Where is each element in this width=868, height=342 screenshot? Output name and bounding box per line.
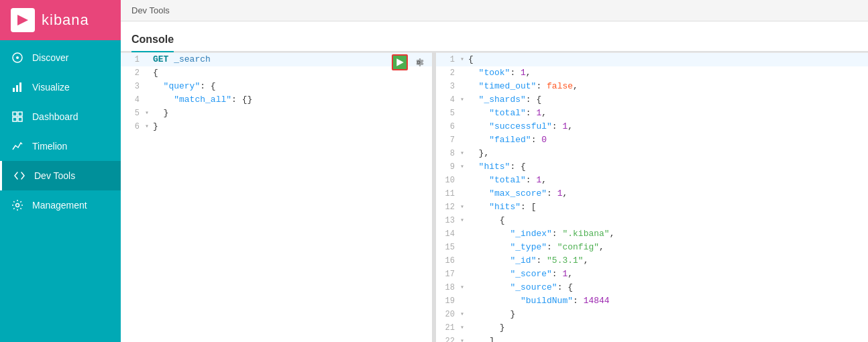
result-line-7: 7 "failed": 0	[436, 133, 868, 147]
svg-rect-4	[19, 82, 21, 92]
rline-num-22: 22	[436, 335, 460, 342]
svg-rect-5	[13, 112, 17, 116]
rfold-12[interactable]: ▾	[460, 201, 468, 214]
rline-num-8: 8	[436, 147, 460, 160]
rcode-10: "total": 1,	[468, 174, 547, 187]
rline-num-20: 20	[436, 308, 460, 321]
rline-num-18: 18	[436, 281, 460, 294]
result-line-1: 1 ▾ {	[436, 52, 868, 66]
code-content-6: }	[153, 120, 158, 133]
rcode-16: "_id": "5.3.1",	[468, 254, 588, 268]
result-line-2: 2 "took": 1,	[436, 66, 868, 80]
line-num-4: 4	[121, 93, 145, 107]
result-line-14: 14 "_index": ".kibana",	[436, 227, 868, 241]
rfold-22[interactable]: ▾	[460, 335, 468, 342]
rcode-21: }	[468, 321, 505, 335]
sidebar-item-label-dashboard: Dashboard	[32, 111, 78, 122]
rfold-13[interactable]: ▾	[460, 214, 468, 227]
rcode-7: "failed": 0	[468, 133, 547, 147]
rline-num-14: 14	[436, 227, 460, 241]
rfold-1[interactable]: ▾	[460, 53, 468, 66]
sidebar-item-discover[interactable]: Discover	[0, 43, 121, 72]
result-line-5: 5 "total": 1,	[436, 107, 868, 120]
rline-num-11: 11	[436, 187, 460, 201]
rfold-9[interactable]: ▾	[460, 160, 468, 174]
rcode-17: "_score": 1,	[468, 268, 573, 281]
rfold-20[interactable]: ▾	[460, 308, 468, 321]
rline-num-16: 16	[436, 254, 460, 268]
console-header: Console	[121, 21, 868, 52]
rcode-4: "_shards": {	[468, 93, 541, 107]
svg-rect-6	[18, 112, 22, 116]
rfold-4[interactable]: ▾	[460, 93, 468, 107]
rcode-18: "_source": {	[468, 281, 573, 294]
sidebar-item-management[interactable]: Management	[0, 190, 121, 220]
rcode-13: {	[468, 214, 505, 227]
editor-line-1: 1 GET _search	[121, 52, 432, 66]
svg-rect-7	[13, 117, 17, 121]
rcode-9: "hits": {	[468, 160, 526, 174]
logo-area: kibana	[0, 0, 121, 40]
svg-point-9	[16, 204, 19, 207]
rcode-6: "successful": 1,	[468, 120, 573, 133]
rline-num-6: 6	[436, 120, 460, 133]
rfold-21[interactable]: ▾	[460, 321, 468, 335]
rline-num-3: 3	[436, 80, 460, 93]
code-content-1: GET _search	[153, 53, 211, 66]
svg-rect-2	[13, 88, 15, 92]
settings-button[interactable]	[411, 54, 427, 70]
devtools-icon	[13, 169, 26, 182]
rline-num-9: 9	[436, 160, 460, 174]
rfold-8[interactable]: ▾	[460, 147, 468, 160]
result-line-8: 8 ▾ },	[436, 147, 868, 160]
editor-line-6: 6 ▾ }	[121, 120, 432, 133]
code-content-2: {	[153, 66, 158, 80]
result-line-9: 9 ▾ "hits": {	[436, 160, 868, 174]
rcode-19: "buildNum": 14844	[468, 294, 610, 308]
result-line-11: 11 "max_score": 1,	[436, 187, 868, 201]
result-line-16: 16 "_id": "5.3.1",	[436, 254, 868, 268]
editor-line-4: 4 "match_all": {}	[121, 93, 432, 107]
sidebar-item-label-timelion: Timelion	[32, 141, 67, 152]
result-line-13: 13 ▾ {	[436, 214, 868, 227]
editor-area: 1 GET _search 2	[121, 52, 868, 342]
rline-num-10: 10	[436, 174, 460, 187]
top-bar-title: Dev Tools	[131, 5, 170, 15]
rline-num-17: 17	[436, 268, 460, 281]
sidebar-item-devtools[interactable]: Dev Tools	[0, 161, 121, 190]
rline-num-2: 2	[436, 66, 460, 80]
svg-point-1	[16, 56, 19, 59]
rcode-8: },	[468, 147, 489, 160]
rline-num-13: 13	[436, 214, 460, 227]
rcode-14: "_index": ".kibana",	[468, 227, 614, 241]
rcode-5: "total": 1,	[468, 107, 547, 120]
line-num-6: 6	[121, 120, 145, 133]
code-content-3: "query": {	[153, 80, 216, 93]
sidebar-item-timelion[interactable]: Timelion	[0, 131, 121, 161]
rcode-15: "_type": "config",	[468, 241, 604, 254]
result-line-22: 22 ▾ ]	[436, 335, 868, 342]
sidebar-item-label-devtools: Dev Tools	[34, 170, 75, 181]
sidebar: kibana Discover Visualize	[0, 0, 121, 342]
editor-line-2: 2 {	[121, 66, 432, 80]
rline-num-21: 21	[436, 321, 460, 335]
management-icon	[11, 198, 24, 212]
discover-icon	[11, 51, 24, 64]
result-line-17: 17 "_score": 1,	[436, 268, 868, 281]
rcode-22: ]	[468, 335, 494, 342]
fold-6[interactable]: ▾	[145, 120, 153, 133]
rline-num-15: 15	[436, 241, 460, 254]
run-button[interactable]	[392, 54, 408, 70]
rcode-3: "timed_out": false,	[468, 80, 578, 93]
result-line-21: 21 ▾ }	[436, 321, 868, 335]
rfold-18[interactable]: ▾	[460, 281, 468, 294]
console-tab[interactable]: Console	[131, 34, 174, 52]
rline-num-19: 19	[436, 294, 460, 308]
fold-5[interactable]: ▾	[145, 107, 153, 120]
result-line-10: 10 "total": 1,	[436, 174, 868, 187]
result-line-18: 18 ▾ "_source": {	[436, 281, 868, 294]
sidebar-item-dashboard[interactable]: Dashboard	[0, 102, 121, 131]
sidebar-item-visualize[interactable]: Visualize	[0, 72, 121, 102]
result-line-15: 15 "_type": "config",	[436, 241, 868, 254]
visualize-icon	[11, 80, 24, 94]
